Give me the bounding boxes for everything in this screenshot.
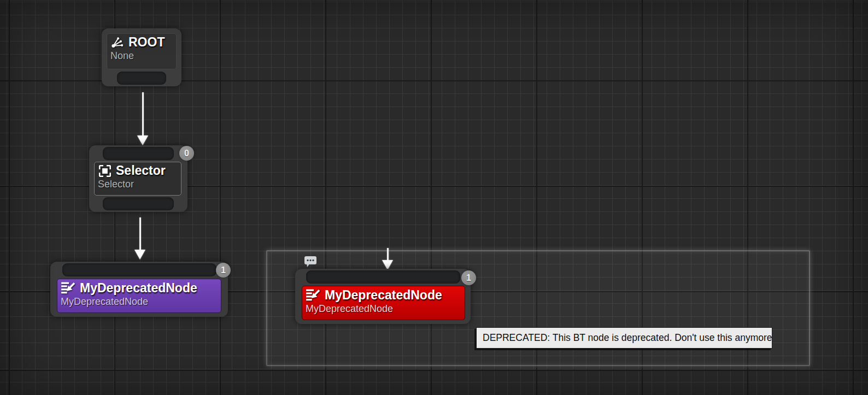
output-pin[interactable] (103, 197, 174, 210)
graph-canvas[interactable]: ROOT None 0 Selector S (0, 0, 868, 395)
selector-icon (98, 164, 112, 178)
task-icon (306, 287, 321, 303)
node-title: Selector (116, 163, 166, 178)
input-pin[interactable] (306, 270, 460, 284)
comment-bubble-icon (304, 256, 317, 268)
node-subtitle: Selector (98, 179, 178, 190)
bt-node-mydeprecatednode-deprecated[interactable]: 1 MyDeprecatedNode MyDeprecatedNode (295, 269, 471, 324)
tree-graph-icon (110, 36, 125, 50)
execution-index-badge: 0 (179, 146, 194, 161)
bt-node-root[interactable]: ROOT None (102, 28, 181, 86)
task-icon (61, 280, 76, 296)
bt-node-selector[interactable]: 0 Selector Selector (89, 145, 187, 212)
arrow-down-icon (134, 250, 145, 260)
node-subtitle: MyDeprecatedNode (306, 303, 461, 315)
node-title: MyDeprecatedNode (325, 288, 442, 303)
bt-node-mydeprecatednode[interactable]: 1 MyDeprecatedNode MyDeprecatedNode (50, 262, 228, 317)
node-body[interactable]: MyDeprecatedNode MyDeprecatedNode (57, 279, 221, 313)
deprecation-tooltip: DEPRECATED: This BT node is deprecated. … (476, 327, 772, 349)
output-pin[interactable] (117, 72, 166, 85)
execution-index-badge: 1 (216, 263, 231, 278)
arrow-down-icon (137, 135, 148, 145)
node-body[interactable]: ROOT None (107, 33, 177, 69)
node-body[interactable]: Selector Selector (94, 162, 181, 196)
wire-line (142, 92, 144, 137)
input-pin[interactable] (103, 147, 174, 160)
node-body[interactable]: MyDeprecatedNode MyDeprecatedNode (302, 286, 465, 320)
node-subtitle: None (110, 50, 173, 62)
input-pin[interactable] (62, 263, 216, 276)
node-title: MyDeprecatedNode (80, 281, 197, 296)
wire-line (139, 217, 141, 251)
execution-index-badge: 1 (461, 270, 476, 285)
node-subtitle: MyDeprecatedNode (61, 296, 218, 308)
tooltip-text: DEPRECATED: This BT node is deprecated. … (483, 332, 772, 343)
node-title: ROOT (128, 35, 165, 50)
